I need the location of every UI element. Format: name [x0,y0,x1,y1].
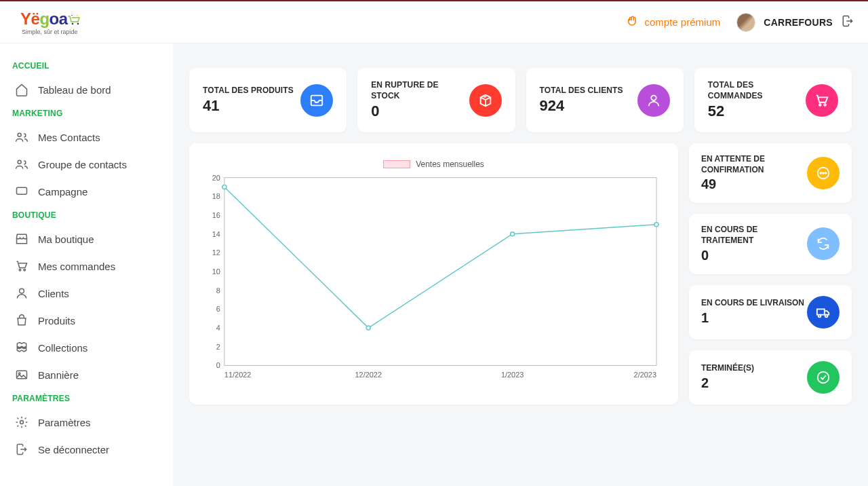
sidebar-item-collections[interactable]: Collections [0,334,173,361]
logout-icon[interactable] [841,14,854,31]
legend-label: Ventes mensuelles [416,160,484,169]
svg-text:10: 10 [212,267,220,276]
sidebar-item-label: Paramètres [38,417,91,428]
gear-icon [15,415,28,429]
svg-text:11/2022: 11/2022 [224,371,252,379]
svg-point-14 [651,95,656,100]
sidebar-item-clients[interactable]: Clients [0,280,173,307]
cart-icon [806,84,838,117]
sidebar-item-campaign[interactable]: Campagne [0,178,173,205]
sidebar-item-label: Produits [38,315,75,326]
svg-point-40 [825,172,827,174]
sidebar-item-dashboard[interactable]: Tableau de bord [0,76,173,103]
premium-badge[interactable]: compte prémium [626,15,721,29]
stat-value: 52 [708,102,806,120]
status-label: TERMINÉE(S) [701,363,754,374]
svg-point-1 [77,22,79,24]
status-card-awaiting[interactable]: EN ATTENTE DE CONFIRMATION 49 [689,143,852,203]
svg-text:20: 20 [212,174,220,182]
bag-icon [15,314,28,327]
status-label: EN COURS DE TRAITEMENT [701,225,807,246]
stat-value: 41 [203,97,294,115]
sidebar-item-label: Tableau de bord [38,84,111,96]
sidebar-item-banner[interactable]: Bannière [0,361,173,388]
status-value: 0 [701,248,807,263]
legend-swatch [383,160,410,168]
home-icon [15,83,28,96]
box-x-icon [469,84,502,117]
svg-point-16 [824,104,826,106]
person-icon [15,286,28,300]
sidebar-item-logout[interactable]: Se déconnecter [0,436,173,463]
sidebar-item-label: Mes commandes [38,261,115,272]
status-card-shipping[interactable]: EN COURS DE LIVRAISON 1 [689,285,852,339]
sales-chart-card: Ventes mensuelles 0246810121416182011/20… [189,143,678,404]
main-content: TOTAL DES PRODUITS 41 EN RUPTURE DE STOC… [173,43,868,486]
status-label: EN ATTENTE DE CONFIRMATION [701,154,807,175]
inbox-icon [300,84,333,117]
svg-rect-28 [224,178,656,366]
svg-rect-41 [817,309,825,314]
sidebar-item-label: Se déconnecter [38,444,109,455]
svg-text:2: 2 [216,343,220,351]
sidebar: ACCUEIL Tableau de bord MARKETING Mes Co… [0,43,173,486]
stat-label: TOTAL DES CLIENTS [540,86,623,96]
svg-point-33 [222,185,226,189]
svg-text:8: 8 [216,286,220,295]
svg-point-39 [823,172,824,174]
cart-icon [15,259,28,273]
svg-text:4: 4 [216,324,220,332]
svg-text:12: 12 [212,249,220,257]
sidebar-item-orders[interactable]: Mes commandes [0,253,173,280]
svg-point-43 [825,314,828,317]
sidebar-item-label: Campagne [38,186,87,198]
svg-point-42 [818,314,821,317]
svg-point-36 [654,223,658,227]
svg-point-4 [77,15,78,16]
svg-point-8 [19,269,21,272]
sidebar-item-label: Collections [38,342,87,354]
svg-point-0 [71,22,73,24]
store-icon [15,232,28,246]
sales-chart: 0246810121416182011/202212/20221/20232/2… [204,173,663,384]
user-name: CARREFOURS [764,17,833,28]
refresh-icon [807,227,840,260]
svg-point-35 [511,232,515,236]
status-card-processing[interactable]: EN COURS DE TRAITEMENT 0 [689,214,852,274]
sidebar-item-label: Clients [38,288,69,299]
sidebar-item-label: Bannière [38,369,79,381]
svg-text:6: 6 [216,305,220,314]
status-value: 49 [701,176,807,192]
stat-card-orders[interactable]: TOTAL DES COMMANDES 52 [694,68,852,132]
header: Yëgoa Simple, sûr et rapide compte prémi… [0,1,868,43]
sidebar-section-accueil: ACCUEIL [0,56,173,76]
hand-icon [626,15,638,29]
stat-card-products[interactable]: TOTAL DES PRODUITS 41 [189,68,347,132]
svg-point-6 [18,160,21,164]
users-icon [15,157,28,171]
svg-text:18: 18 [212,193,220,201]
svg-text:14: 14 [212,230,220,238]
svg-text:1/2023: 1/2023 [501,371,524,379]
truck-icon [807,296,840,329]
sidebar-item-shop[interactable]: Ma boutique [0,225,173,253]
user-menu[interactable]: CARREFOURS [736,13,854,32]
svg-point-9 [24,269,26,272]
svg-point-44 [818,371,829,383]
sidebar-item-contacts[interactable]: Mes Contacts [0,124,173,151]
dots-icon [807,157,840,189]
stat-card-outofstock[interactable]: EN RUPTURE DE STOCK 0 [357,68,515,132]
avatar [736,13,755,32]
sidebar-item-settings[interactable]: Paramètres [0,409,173,436]
svg-text:12/2022: 12/2022 [355,371,382,379]
logout-icon [15,443,28,456]
sidebar-item-products[interactable]: Produits [0,307,173,334]
svg-text:16: 16 [212,211,220,219]
sidebar-item-contact-groups[interactable]: Groupe de contacts [0,151,173,178]
sidebar-item-label: Ma boutique [38,233,94,245]
svg-point-5 [18,133,21,136]
users-icon [15,130,28,144]
stat-card-clients[interactable]: TOTAL DES CLIENTS 924 [526,68,684,132]
status-card-completed[interactable]: TERMINÉE(S) 2 [689,350,852,405]
logo[interactable]: Yëgoa Simple, sûr et rapide [20,10,83,35]
